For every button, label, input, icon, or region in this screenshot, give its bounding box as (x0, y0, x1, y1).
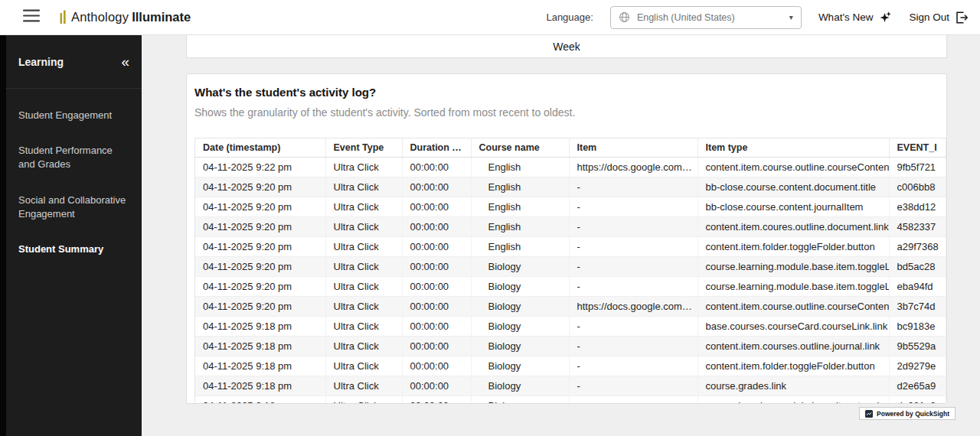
cell-date: 04-11-2025 9:22 pm (195, 158, 325, 177)
cell-event-id: 2d9279e (889, 356, 946, 376)
table-row[interactable]: 04-11-2025 9:18 pmUltra Click00:00:00Bio… (195, 356, 946, 376)
cell-item: - (569, 177, 697, 197)
menu-button[interactable] (23, 9, 40, 25)
brand-product: Illuminate (132, 10, 191, 24)
cell-course: Biology (471, 297, 569, 317)
table-row[interactable]: 04-11-2025 9:20 pmUltra Click00:00:00Bio… (195, 257, 946, 277)
powered-by-label: Powered by QuickSight (877, 410, 949, 418)
cell-item-type: course.learning.module.base.item.toggleL… (697, 257, 889, 277)
cell-item-type: content.item.course.outline.courseConten… (697, 158, 889, 177)
cell-item: - (569, 356, 697, 376)
table-row[interactable]: 04-11-2025 9:20 pmUltra Click00:00:00Eng… (195, 217, 946, 237)
cell-event-id: 4582337 (889, 217, 946, 237)
col-header-item-type[interactable]: Item type (697, 138, 889, 158)
cell-item: - (569, 257, 697, 277)
cell-event-type: Ultra Click (325, 217, 402, 237)
cell-course: Biology (471, 277, 569, 297)
cell-course: English (471, 177, 569, 197)
language-value: English (United States) (637, 12, 735, 23)
activity-table-wrap: Date (timestamp) Event Type Duration … C… (194, 138, 946, 404)
cell-event-type: Ultra Click (325, 197, 402, 217)
cell-event-id: bc9183e (889, 317, 946, 337)
cell-date: 04-11-2025 9:20 pm (195, 237, 325, 257)
cell-date: 04-11-2025 9:18 pm (195, 317, 325, 337)
col-header-item[interactable]: Item (569, 138, 697, 158)
card-subtitle: Shows the granularity of the student's a… (194, 106, 946, 119)
sidebar: Learning « Student Engagement Student Pe… (0, 35, 142, 436)
cell-item-type: content.item.coures.outline.document.lin… (697, 217, 889, 237)
sign-out-button[interactable]: Sign Out (909, 11, 968, 24)
cell-course: English (471, 158, 569, 177)
cell-event-id: c006bb8 (889, 177, 946, 197)
cell-duration: 00:00:00 (402, 217, 471, 237)
cell-duration: 00:00:00 (402, 376, 471, 396)
table-row[interactable]: 04-11-2025 9:20 pmUltra Click00:00:00Eng… (195, 177, 946, 197)
card-title: What's the student's activity log? (194, 85, 946, 99)
cell-date: 04-11-2025 9:20 pm (195, 297, 325, 317)
chevron-down-icon: ▾ (789, 14, 793, 21)
sidebar-item-student-engagement[interactable]: Student Engagement (6, 98, 142, 133)
cell-course: Biology (471, 356, 569, 376)
cell-course: English (471, 217, 569, 237)
cell-item: https://docs.google.com… (569, 297, 697, 317)
cell-duration: 00:00:00 (402, 257, 471, 277)
powered-by-quicksight-badge: Powered by QuickSight (859, 407, 956, 420)
cell-date: 04-11-2025 9:18 pm (195, 376, 325, 396)
cell-event-type: Ultra Click (325, 396, 402, 405)
table-row[interactable]: 04-11-2025 9:18 pmUltra Click00:00:00Bio… (195, 376, 946, 396)
col-header-date[interactable]: Date (timestamp) (195, 138, 325, 158)
col-header-course-name[interactable]: Course name (471, 138, 569, 158)
col-header-duration[interactable]: Duration … (402, 138, 471, 158)
cell-event-id: e38dd12 (889, 197, 946, 217)
sidebar-item-student-performance-and-grades[interactable]: Student Performance and Grades (6, 133, 142, 182)
cell-duration: 00:00:00 (402, 177, 471, 197)
sidebar-item-student-summary[interactable]: Student Summary (6, 232, 142, 267)
cell-event-type: Ultra Click (325, 317, 402, 337)
table-row[interactable]: 04-11-2025 9:22 pmUltra Click00:00:00Eng… (195, 158, 946, 177)
table-row[interactable]: 04-11-2025 9:20 pmUltra Click00:00:00Eng… (195, 197, 946, 217)
cell-duration: 00:00:00 (402, 197, 471, 217)
cell-date: 04-11-2025 9:18 pm (195, 396, 325, 405)
sparkle-icon (879, 11, 892, 24)
cell-course: Biology (471, 396, 569, 405)
table-row[interactable]: 04-11-2025 9:18 pmUltra Click00:00:00Bio… (195, 317, 946, 337)
cell-item: - (569, 396, 697, 405)
table-row[interactable]: 04-11-2025 9:20 pmUltra Click00:00:00Eng… (195, 237, 946, 257)
sidebar-item-social-and-collaborative-engagement[interactable]: Social and Collaborative Engagement (6, 183, 142, 232)
week-label: Week (553, 41, 580, 53)
cell-item-type: base.courses.courseCard.courseLink.link (697, 317, 889, 337)
table-row[interactable]: 04-11-2025 9:20 pmUltra Click00:00:00Bio… (195, 277, 946, 297)
cell-event-id: 9fb5f721 (889, 158, 946, 177)
hamburger-icon (23, 9, 40, 25)
whats-new-button[interactable]: What's New (818, 11, 893, 24)
sign-out-label: Sign Out (909, 11, 949, 23)
cell-course: English (471, 237, 569, 257)
cell-event-type: Ultra Click (325, 297, 402, 317)
cell-event-id: da231a3 (889, 396, 946, 405)
collapse-sidebar-icon[interactable]: « (121, 54, 129, 69)
table-row[interactable]: 04-11-2025 9:18 pmUltra Click00:00:00Bio… (195, 337, 946, 356)
cell-event-type: Ultra Click (325, 158, 402, 177)
language-select[interactable]: English (United States) ▾ (610, 6, 802, 29)
cell-event-type: Ultra Click (325, 237, 402, 257)
cell-item: - (569, 317, 697, 337)
col-header-event-id[interactable]: EVENT_I (889, 138, 946, 158)
cell-course: English (471, 197, 569, 217)
col-header-event-type[interactable]: Event Type (325, 138, 402, 158)
cell-duration: 00:00:00 (402, 337, 471, 356)
table-row[interactable]: 04-11-2025 9:20 pmUltra Click00:00:00Bio… (195, 297, 946, 317)
content-area: Week What's the student's activity log? … (142, 35, 980, 436)
top-bar: Anthology Illuminate Language: English (… (0, 0, 980, 35)
table-header-row: Date (timestamp) Event Type Duration … C… (195, 138, 946, 158)
cell-duration: 00:00:00 (402, 297, 471, 317)
brand-logo: Anthology Illuminate (60, 10, 191, 24)
cell-date: 04-11-2025 9:18 pm (195, 356, 325, 376)
cell-duration: 00:00:00 (402, 356, 471, 376)
table-row[interactable]: 04-11-2025 9:18 pmUltra Click00:00:00Bio… (195, 396, 946, 405)
sign-out-icon (956, 11, 968, 24)
language-label: Language: (546, 11, 593, 23)
cell-item: - (569, 337, 697, 356)
cell-event-id: bd5ac28 (889, 257, 946, 277)
sidebar-nav: Student Engagement Student Performance a… (6, 89, 142, 267)
brand-name: Anthology (71, 10, 129, 24)
